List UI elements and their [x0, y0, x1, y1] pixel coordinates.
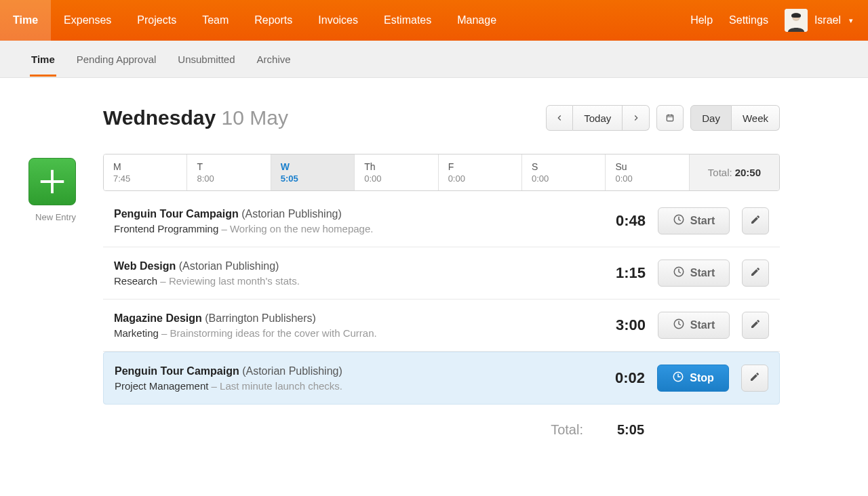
- stop-timer-button[interactable]: Stop: [657, 365, 729, 392]
- day-duration: 0:00: [364, 173, 428, 184]
- entry-info: Magazine Design (Barrington Publishers)M…: [114, 312, 586, 339]
- action-label: Start: [690, 319, 715, 331]
- next-day-button[interactable]: [623, 105, 650, 131]
- day-cell-m[interactable]: M7:45: [104, 154, 187, 190]
- edit-entry-button[interactable]: [742, 207, 769, 234]
- entry-duration: 3:00: [598, 316, 646, 334]
- pencil-icon: [750, 318, 761, 332]
- day-name: Wednesday: [103, 106, 216, 129]
- entry-project: Penguin Tour Campaign: [114, 208, 239, 220]
- entry-task: Project Management: [115, 380, 208, 392]
- action-label: Stop: [690, 372, 714, 384]
- tab-archive[interactable]: Archive: [256, 42, 292, 77]
- entries-list: Penguin Tour Campaign (Astorian Publishi…: [103, 195, 780, 405]
- entry-note: Working on the new homepage.: [230, 223, 374, 234]
- user-name: Israel: [814, 14, 841, 26]
- week-view-button[interactable]: Week: [732, 105, 780, 131]
- clock-icon: [672, 371, 684, 386]
- entry-note: Last minute launch checks.: [220, 380, 342, 392]
- day-cell-th[interactable]: Th0:00: [355, 154, 438, 190]
- entry-client: (Barrington Publishers): [205, 312, 316, 324]
- nav-item-projects[interactable]: Projects: [124, 0, 189, 41]
- time-entry: Web Design (Astorian Publishing)Research…: [103, 247, 780, 299]
- entry-project: Magazine Design: [114, 312, 202, 324]
- day-abbr: M: [113, 161, 177, 172]
- nav-item-expenses[interactable]: Expenses: [51, 0, 124, 41]
- footer-total-value: 5:05: [617, 422, 644, 438]
- day-cell-t[interactable]: T8:00: [187, 154, 271, 190]
- new-entry-label: New Entry: [28, 212, 83, 222]
- sub-nav: TimePending ApprovalUnsubmittedArchive: [0, 41, 868, 78]
- start-timer-button[interactable]: Start: [658, 260, 730, 287]
- edit-entry-button[interactable]: [742, 312, 769, 339]
- today-button[interactable]: Today: [573, 105, 623, 131]
- nav-item-time[interactable]: Time: [0, 0, 51, 41]
- clock-icon: [673, 266, 685, 281]
- avatar: [785, 9, 808, 32]
- entry-duration: 1:15: [598, 264, 646, 282]
- nav-item-invoices[interactable]: Invoices: [305, 0, 371, 41]
- date-title: Wednesday 10 May: [103, 106, 288, 129]
- clock-icon: [673, 213, 685, 228]
- time-entry: Magazine Design (Barrington Publishers)M…: [103, 299, 780, 352]
- day-cell-s[interactable]: S0:00: [522, 154, 606, 190]
- nav-item-manage[interactable]: Manage: [444, 0, 509, 41]
- top-nav: TimeExpensesProjectsTeamReportsInvoicesE…: [0, 0, 868, 41]
- day-cell-f[interactable]: F0:00: [439, 154, 522, 190]
- action-label: Start: [690, 267, 715, 279]
- main: New Entry Wednesday 10 May Today Day Wee…: [0, 78, 868, 438]
- edit-entry-button[interactable]: [741, 365, 768, 392]
- footer-total-label: Total:: [551, 422, 583, 438]
- entry-client: (Astorian Publishing): [179, 260, 279, 272]
- time-entry: Penguin Tour Campaign (Astorian Publishi…: [103, 352, 780, 405]
- header-controls: Today Day Week: [546, 105, 780, 131]
- content: Wednesday 10 May Today Day Week M7:45T8:…: [103, 105, 780, 438]
- day-duration: 8:00: [197, 173, 260, 184]
- pencil-icon: [749, 371, 760, 385]
- day-duration: 0:00: [532, 173, 595, 184]
- view-toggle-group: Day Week: [690, 105, 780, 131]
- day-cell-su[interactable]: Su0:00: [606, 154, 689, 190]
- tab-unsubmitted[interactable]: Unsubmitted: [176, 42, 236, 77]
- nav-right: Help Settings Israel ▾: [690, 9, 868, 32]
- settings-link[interactable]: Settings: [729, 14, 768, 26]
- edit-entry-button[interactable]: [742, 260, 769, 287]
- new-entry-button[interactable]: [28, 158, 76, 205]
- clock-icon: [673, 318, 685, 333]
- week-row: M7:45T8:00W5:05Th0:00F0:00S0:00Su0:00Tot…: [103, 154, 780, 191]
- week-total-value: 20:50: [735, 167, 761, 178]
- date-nav-group: Today: [546, 105, 650, 131]
- prev-day-button[interactable]: [546, 105, 573, 131]
- day-cell-w[interactable]: W5:05: [271, 154, 355, 190]
- week-total-label: Total:: [708, 167, 732, 178]
- nav-item-team[interactable]: Team: [189, 0, 241, 41]
- day-duration: 5:05: [281, 173, 344, 184]
- start-timer-button[interactable]: Start: [658, 312, 730, 339]
- entry-task: Research: [114, 275, 157, 287]
- day-abbr: Su: [615, 161, 679, 172]
- entry-project: Web Design: [114, 260, 176, 272]
- week-total-cell: Total: 20:50: [690, 154, 779, 190]
- nav-left: TimeExpensesProjectsTeamReportsInvoicesE…: [0, 0, 509, 41]
- help-link[interactable]: Help: [690, 14, 713, 26]
- nav-item-estimates[interactable]: Estimates: [371, 0, 444, 41]
- entry-client: (Astorian Publishing): [242, 365, 342, 377]
- svg-rect-3: [667, 115, 673, 121]
- calendar-button[interactable]: [656, 105, 684, 131]
- entry-client: (Astorian Publishing): [241, 208, 342, 220]
- entry-task: Frontend Programming: [114, 223, 218, 234]
- day-duration: 0:00: [448, 173, 512, 184]
- action-label: Start: [690, 215, 715, 227]
- day-view-button[interactable]: Day: [690, 105, 732, 131]
- start-timer-button[interactable]: Start: [658, 207, 730, 234]
- entry-note: Reviewing last month's stats.: [169, 275, 300, 287]
- pencil-icon: [750, 266, 761, 280]
- user-menu[interactable]: Israel ▾: [785, 9, 853, 32]
- time-entry: Penguin Tour Campaign (Astorian Publishi…: [103, 195, 780, 247]
- day-abbr: T: [197, 161, 260, 172]
- entry-task: Marketing: [114, 327, 159, 339]
- tab-time[interactable]: Time: [30, 42, 56, 77]
- nav-item-reports[interactable]: Reports: [241, 0, 305, 41]
- tab-pending-approval[interactable]: Pending Approval: [75, 42, 158, 77]
- chevron-down-icon: ▾: [849, 16, 853, 25]
